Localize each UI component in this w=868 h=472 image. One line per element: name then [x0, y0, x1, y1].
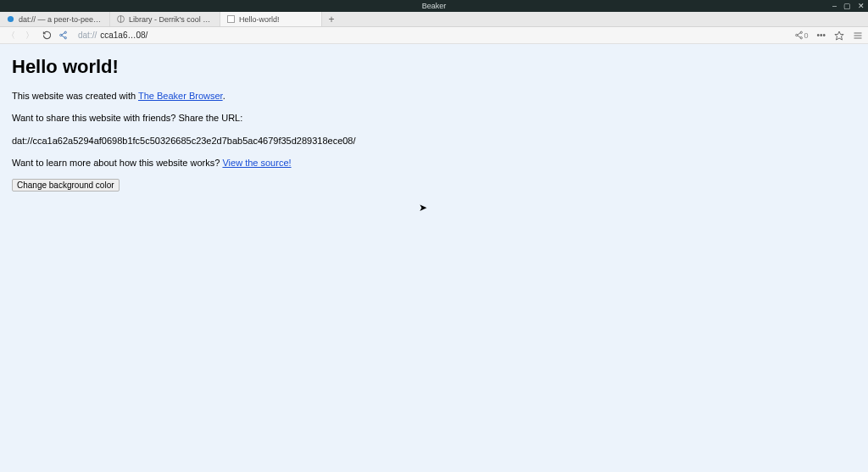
url-bar[interactable]: dat:// cca1a6…08/	[75, 31, 787, 40]
view-source-link[interactable]: View the source!	[222, 158, 291, 168]
url-protocol: dat://	[78, 31, 97, 40]
minimize-button[interactable]: –	[832, 0, 837, 12]
tab-dat-protocol[interactable]: dat:// — a peer-to-peer protocol	[0, 12, 110, 26]
svg-marker-11	[835, 31, 843, 40]
os-titlebar: Beaker – ▢ ✕	[0, 0, 868, 12]
learn-text: Want to learn more about how this websit…	[12, 158, 222, 168]
svg-point-0	[8, 16, 14, 22]
tab-library[interactable]: Library - Derrik's cool website thing	[110, 12, 220, 26]
svg-line-4	[62, 33, 65, 35]
change-bg-button[interactable]: Change background color	[12, 179, 120, 192]
url-path: cca1a6…08/	[100, 31, 147, 40]
peers-count: 0	[804, 31, 808, 40]
tab-hello-world[interactable]: Hello-world!	[220, 12, 322, 26]
back-button[interactable]: 〈	[5, 30, 17, 42]
new-tab-button[interactable]: +	[322, 12, 341, 26]
tab-label: Hello-world!	[239, 15, 280, 24]
share-icon[interactable]	[58, 31, 68, 40]
svg-line-5	[62, 36, 65, 37]
dat-url-text: dat://cca1a62a5294af0698b1fc5c50326685c2…	[12, 135, 856, 147]
forward-button[interactable]: 〉	[24, 30, 36, 42]
share-paragraph: Want to share this website with friends?…	[12, 112, 856, 124]
svg-line-9	[798, 33, 801, 35]
globe-icon	[117, 15, 125, 23]
maximize-button[interactable]: ▢	[843, 0, 851, 12]
tab-label: dat:// — a peer-to-peer protocol	[19, 15, 103, 24]
nav-toolbar: 〈 〉 dat:// cca1a6…08/ 0 •••	[0, 27, 868, 44]
tab-label: Library - Derrik's cool website thing	[129, 15, 213, 24]
close-button[interactable]: ✕	[858, 0, 865, 12]
page-content: Hello world! This website was created wi…	[0, 44, 868, 472]
intro-paragraph: This website was created with The Beaker…	[12, 90, 856, 102]
hamburger-menu-icon[interactable]	[853, 31, 863, 41]
refresh-button[interactable]	[42, 31, 52, 40]
toolbar-right: 0 •••	[794, 31, 863, 41]
learn-paragraph: Want to learn more about how this websit…	[12, 157, 856, 169]
intro-text: This website was created with	[12, 91, 138, 101]
beaker-icon	[7, 15, 14, 23]
more-menu-button[interactable]: •••	[816, 31, 826, 40]
page-heading: Hello world!	[12, 56, 856, 78]
window-title: Beaker	[422, 2, 447, 10]
star-icon[interactable]	[834, 31, 844, 41]
beaker-link[interactable]: The Beaker Browser	[138, 91, 223, 101]
intro-suffix: .	[223, 91, 225, 101]
tab-strip: dat:// — a peer-to-peer protocol Library…	[0, 12, 868, 27]
document-icon	[227, 15, 235, 23]
peers-icon[interactable]: 0	[794, 31, 808, 40]
window-controls: – ▢ ✕	[832, 0, 865, 12]
svg-line-10	[798, 36, 801, 37]
